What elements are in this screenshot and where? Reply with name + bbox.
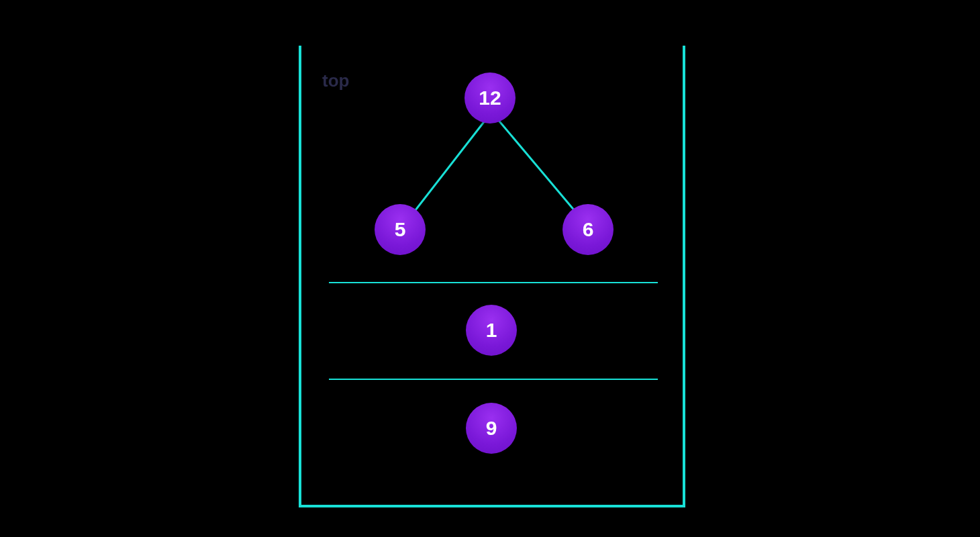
divider-1 — [329, 282, 658, 283]
tree-node-root: 12 — [464, 72, 516, 124]
stack-node-bottom: 9 — [466, 403, 517, 454]
tree-node-left: 5 — [375, 204, 426, 255]
stack-diagram: top 12 5 6 1 9 — [0, 0, 980, 537]
tree-node-right: 6 — [562, 204, 614, 255]
divider-2 — [329, 379, 658, 380]
top-label: top — [322, 70, 349, 91]
stack-node-mid: 1 — [466, 305, 517, 356]
